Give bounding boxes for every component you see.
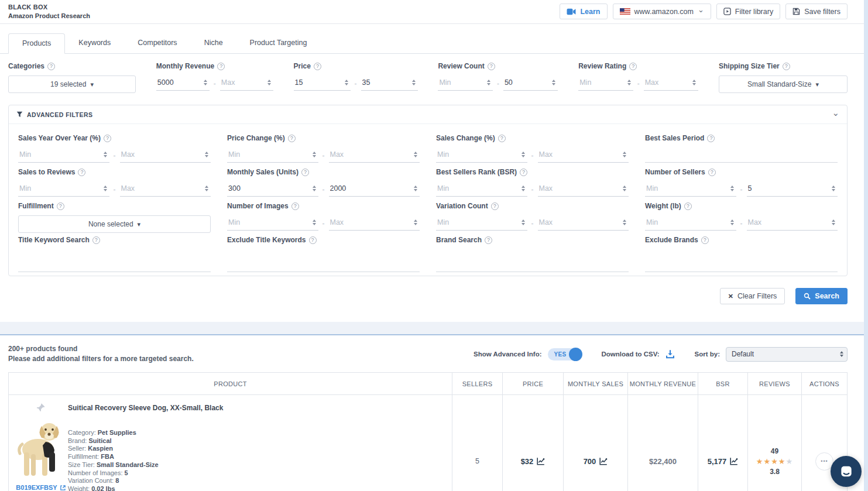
tab-product-targeting[interactable]: Product Targeting [236, 33, 321, 53]
help-icon[interactable] [309, 236, 317, 244]
stepper-icon[interactable] [729, 219, 735, 226]
monthly-sales-min-input[interactable] [228, 184, 311, 193]
exclude-title-keywords-input[interactable] [227, 258, 420, 272]
tab-niche[interactable]: Niche [191, 33, 236, 53]
search-button[interactable]: Search [795, 288, 848, 304]
variation-min-input[interactable] [437, 218, 520, 226]
price-change-max-input[interactable] [330, 150, 413, 159]
images-max-input[interactable] [330, 218, 413, 226]
tab-keywords[interactable]: Keywords [65, 33, 124, 53]
help-icon[interactable] [104, 135, 111, 142]
column-header-bsr[interactable]: BSR [698, 373, 747, 394]
stepper-icon[interactable] [831, 186, 836, 192]
stepper-icon[interactable] [486, 80, 492, 86]
review-count-max-input[interactable] [505, 78, 551, 87]
price-min-input[interactable] [295, 78, 344, 87]
bsr-chart-icon[interactable] [730, 457, 738, 465]
stepper-icon[interactable] [311, 152, 317, 158]
help-icon[interactable] [485, 236, 492, 244]
monthly-sales-chart-icon[interactable] [599, 457, 608, 465]
asin-link[interactable]: B019EXFBSY [16, 484, 66, 491]
stepper-icon[interactable] [520, 152, 526, 158]
help-icon[interactable] [288, 135, 296, 142]
stepper-icon[interactable] [266, 80, 272, 86]
column-header-monthly-sales[interactable]: MONTHLY SALES [563, 373, 627, 394]
column-header-monthly-revenue[interactable]: MONTHLY REVENUE [627, 373, 698, 394]
chat-widget-button[interactable] [831, 456, 862, 487]
stepper-icon[interactable] [413, 152, 418, 158]
stepper-icon[interactable] [622, 219, 627, 226]
column-header-price[interactable]: PRICE [502, 373, 563, 394]
help-icon[interactable] [708, 169, 716, 176]
brand-search-input[interactable] [436, 258, 629, 272]
help-icon[interactable] [47, 63, 55, 70]
help-icon[interactable] [291, 202, 299, 210]
show-advanced-toggle[interactable]: YES [548, 348, 582, 360]
help-icon[interactable] [707, 135, 715, 142]
stepper-icon[interactable] [622, 186, 627, 192]
tab-products[interactable]: Products [8, 33, 65, 54]
help-icon[interactable] [498, 135, 506, 142]
stepper-icon[interactable] [102, 152, 108, 158]
stepper-icon[interactable] [413, 186, 418, 192]
stepper-icon[interactable] [311, 219, 317, 226]
stepper-icon[interactable] [520, 186, 526, 192]
stepper-icon[interactable] [551, 80, 557, 86]
stepper-icon[interactable] [204, 152, 210, 158]
stepper-icon[interactable] [626, 80, 632, 86]
column-header-reviews[interactable]: REVIEWS [747, 373, 801, 394]
clear-filters-button[interactable]: ✕ Clear Filters [720, 288, 785, 304]
help-icon[interactable] [629, 63, 637, 70]
column-header-product[interactable]: PRODUCT [9, 373, 452, 394]
tab-competitors[interactable]: Competitors [124, 33, 190, 53]
review-rating-min-input[interactable] [579, 78, 626, 87]
help-icon[interactable] [78, 169, 85, 176]
bsr-max-input[interactable] [539, 184, 622, 193]
stepper-icon[interactable] [311, 186, 317, 192]
column-header-sellers[interactable]: SELLERS [452, 373, 502, 394]
stepper-icon[interactable] [203, 80, 208, 86]
exclude-brands-input[interactable] [645, 258, 838, 272]
stepper-icon[interactable] [413, 219, 418, 226]
help-icon[interactable] [57, 202, 64, 210]
title-keyword-search-input[interactable] [18, 258, 211, 272]
help-icon[interactable] [314, 63, 321, 70]
sales-yoy-max-input[interactable] [121, 150, 204, 159]
stepper-icon[interactable] [102, 186, 108, 192]
price-chart-icon[interactable] [537, 457, 545, 465]
product-title[interactable]: Suitical Recovery Sleeve Dog, XX-Small, … [68, 404, 223, 412]
help-icon[interactable] [491, 202, 499, 210]
advanced-filters-header[interactable]: ADVANCED FILTERS ⌄ [9, 105, 847, 124]
sales-yoy-min-input[interactable] [19, 150, 102, 159]
stepper-icon[interactable] [622, 152, 627, 158]
help-icon[interactable] [520, 169, 527, 176]
sellers-min-input[interactable] [646, 184, 729, 193]
stepper-icon[interactable] [691, 80, 697, 86]
sort-select[interactable]: Default [726, 347, 848, 362]
learn-button[interactable]: Learn [560, 4, 607, 19]
sales-to-reviews-min-input[interactable] [19, 184, 102, 193]
stepper-icon[interactable] [204, 186, 210, 192]
filter-library-button[interactable]: Filter library [716, 4, 780, 19]
stepper-icon[interactable] [411, 80, 417, 86]
stepper-icon[interactable] [831, 219, 836, 226]
stepper-icon[interactable] [729, 186, 735, 192]
sellers-max-input[interactable] [748, 184, 831, 193]
stepper-icon[interactable] [520, 219, 526, 226]
monthly-sales-max-input[interactable] [330, 184, 413, 193]
weight-max-input[interactable] [748, 218, 831, 226]
sales-change-min-input[interactable] [437, 150, 520, 159]
review-count-min-input[interactable] [439, 78, 486, 87]
save-filters-button[interactable]: Save filters [785, 4, 848, 19]
monthly-revenue-min-input[interactable] [157, 78, 203, 87]
pin-icon[interactable] [36, 403, 46, 413]
column-header-actions[interactable]: ACTIONS [801, 373, 847, 394]
help-icon[interactable] [301, 169, 309, 176]
weight-min-input[interactable] [646, 218, 729, 226]
best-sales-period-input[interactable] [645, 149, 838, 162]
bsr-min-input[interactable] [437, 184, 520, 193]
help-icon[interactable] [217, 63, 225, 70]
sales-change-max-input[interactable] [539, 150, 622, 159]
monthly-revenue-max-input[interactable] [221, 78, 266, 87]
fulfillment-dropdown[interactable]: None selected ▾ [18, 215, 211, 233]
